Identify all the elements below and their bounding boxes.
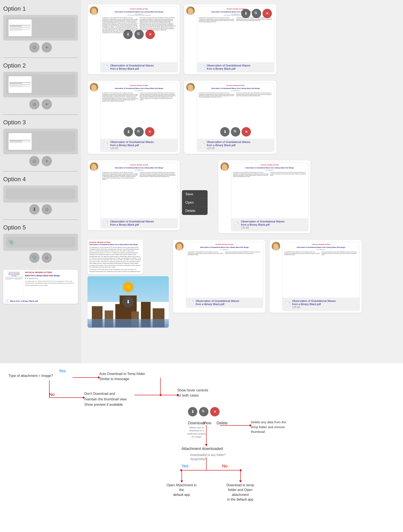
pdf-filesize-1: 125 kB bbox=[110, 147, 154, 150]
option3-pdf-card-right: PHYSICAL REVIEW LETTERS Observation of G… bbox=[231, 162, 309, 231]
download-btn[interactable]: ⬇ bbox=[123, 30, 133, 39]
avatar-8 bbox=[272, 242, 280, 250]
pdf-icon-4: 📄 bbox=[200, 143, 205, 148]
no-path-box: Don't Download and maintain the thumbnai… bbox=[84, 391, 126, 407]
option45-row: PHYSICAL REVIEW LETTERS Observation of G… bbox=[88, 240, 399, 328]
option5-pdf-preview-right: PHYSICAL REVIEW LETTERS Observation of G… bbox=[283, 242, 359, 298]
option1-chat-left: PHYSICAL REVIEW LETTERS Observation of G… bbox=[88, 4, 180, 74]
option1-right-hover-controls: ⬇ 🔍 ✕ bbox=[241, 9, 272, 18]
option4-content bbox=[3, 185, 78, 203]
option2-pdf-mini bbox=[8, 76, 32, 93]
option2-label: Option 2 bbox=[3, 61, 78, 70]
option3-pdf-preview-left: PHYSICAL REVIEW LETTERS Observation of G… bbox=[101, 163, 177, 218]
opt2-download-btn[interactable]: ⬇ bbox=[124, 127, 133, 137]
avatar-7 bbox=[175, 242, 184, 250]
option2-pdf-preview-right: PHYSICAL REVIEW LETTERS Observation of G… bbox=[197, 83, 274, 139]
no2-label: No bbox=[222, 464, 228, 469]
option3-pdf-card-left: PHYSICAL REVIEW LETTERS Observation of G… bbox=[100, 162, 178, 228]
diag-delete-btn[interactable]: ✕ bbox=[210, 407, 220, 416]
option3-pdf-preview-right: PHYSICAL REVIEW LETTERS Observation of G… bbox=[231, 163, 308, 218]
delete-note: Delete any data from the temp folder and… bbox=[251, 420, 294, 434]
option4-section: Option 4 ⬇ ☺ bbox=[0, 173, 81, 218]
pdf-title: Observation of Gravitational Waves from … bbox=[102, 11, 176, 13]
right-delete-btn[interactable]: ✕ bbox=[263, 9, 272, 18]
image-download-btn[interactable]: ⬇ bbox=[123, 296, 134, 307]
option1-hover-controls: ⬇ 🔍 ✕ bbox=[123, 30, 155, 39]
pdf-filesize-2: 125 kB bbox=[207, 147, 250, 150]
attachment-downloaded: Attachment downloaded bbox=[182, 447, 223, 451]
pdf-filename-7: Observation of Gravitational Wavesfrom a… bbox=[196, 299, 239, 306]
arrow-no-v bbox=[49, 380, 50, 397]
option2-content bbox=[3, 72, 78, 97]
right-view-btn[interactable]: 🔍 bbox=[252, 9, 261, 18]
option3-pdf-info-left: 📄 Observation of Gravitational Wavesfrom… bbox=[101, 218, 177, 228]
opt2r-delete-btn[interactable]: ✕ bbox=[242, 127, 251, 137]
pdf-filename-6: Observation of Gravitational Wavesfrom a… bbox=[241, 220, 284, 226]
arrow-to-hover-h bbox=[160, 395, 177, 395]
option1-label: Option 1 bbox=[3, 4, 78, 13]
option5-smile-btn[interactable]: ☺ bbox=[42, 253, 52, 263]
option1-pdf-card: PHYSICAL REVIEW LETTERS Observation of G… bbox=[100, 6, 178, 72]
avatar-2 bbox=[186, 6, 195, 15]
avatar-5 bbox=[90, 162, 98, 171]
opt2-view-btn[interactable]: 🔍 bbox=[134, 127, 144, 137]
pdf-icon-6: 📄 bbox=[234, 222, 239, 227]
option5-right: PHYSICAL REVIEW LETTERS Observation of G… bbox=[173, 240, 362, 313]
pdf-filename-2: Observation of Gravitational Wavesfrom a… bbox=[207, 64, 250, 70]
option4-smile-btn[interactable]: ☺ bbox=[42, 204, 52, 215]
right-download-btn[interactable]: ⬇ bbox=[241, 9, 251, 18]
option1-right-pdf-preview: PHYSICAL REVIEW LETTERS Observation of G… bbox=[197, 7, 274, 62]
arrow-view-down bbox=[206, 425, 207, 444]
pdf-icon-2: 📄 bbox=[200, 64, 205, 70]
option3-smile-btn[interactable]: ☺ bbox=[29, 156, 39, 166]
option3-bubble bbox=[6, 131, 76, 152]
yes2-path: Open Attachment in the default app bbox=[165, 483, 198, 497]
arrow-yes2 bbox=[182, 470, 206, 470]
context-delete[interactable]: Delete bbox=[182, 207, 208, 215]
option5-section: Option 5 📎 📎 ☺ bbox=[0, 221, 81, 267]
context-save[interactable]: Save bbox=[182, 190, 208, 198]
hover-note: Show hover controls for both cases bbox=[177, 388, 208, 398]
option5-label: Option 5 bbox=[3, 223, 78, 232]
option1-section: Option 1 ☺ + bbox=[0, 2, 81, 57]
option1-pdf-info: 📄 Observation of Gravitational Wavesfrom… bbox=[101, 62, 177, 72]
option1-plus-btn[interactable]: + bbox=[42, 42, 52, 53]
option3-plus-btn[interactable]: + bbox=[42, 156, 52, 166]
diag-view-btn[interactable]: 🔍 bbox=[199, 407, 208, 416]
arrow-yes2-down bbox=[182, 470, 182, 481]
option2-plus-btn[interactable]: + bbox=[42, 99, 52, 109]
option2-pdf-info-right: 📄 Observation of Gravitational Wavesfrom… bbox=[197, 139, 274, 152]
arrow-no2-down bbox=[240, 470, 241, 481]
hover-icons: ⬇ 🔍 ✕ bbox=[188, 407, 220, 416]
opt2-delete-btn[interactable]: ✕ bbox=[145, 127, 154, 137]
context-open[interactable]: Open bbox=[182, 198, 208, 207]
option2-chat-right: PHYSICAL REVIEW LETTERS Observation of G… bbox=[184, 81, 276, 154]
option1-right-pdf-info: 📄 Observation of Gravitational Wavesfrom… bbox=[197, 62, 274, 72]
option3-pdf-info-right: 📄 Observation of Gravitational Wavesfrom… bbox=[231, 218, 308, 231]
yes2-label: Yes bbox=[182, 464, 189, 469]
option2-chat-left: PHYSICAL REVIEW LETTERS Observation of G… bbox=[88, 81, 180, 154]
diag-download-btn[interactable]: ⬇ bbox=[188, 407, 197, 416]
option5-attachment-btn[interactable]: 📎 bbox=[29, 253, 39, 263]
view-btn[interactable]: 🔍 bbox=[134, 30, 144, 39]
option3-chat-left: PHYSICAL REVIEW LETTERS Observation of G… bbox=[88, 160, 180, 230]
downloaded-q: Downloaded to any folder? Temp/Other bbox=[190, 453, 226, 461]
opt2r-view-btn[interactable]: 🔍 bbox=[231, 127, 240, 137]
avatar-6 bbox=[220, 162, 229, 171]
option2-pdf-preview-left: PHYSICAL REVIEW LETTERS Observation of G… bbox=[101, 83, 177, 139]
option2-smile-btn[interactable]: ☺ bbox=[29, 99, 39, 109]
arrow-to-hover-v bbox=[160, 378, 161, 395]
flow-container: Type of attachment = Image? Yes Auto Dow… bbox=[6, 367, 397, 528]
diagram-area: Type of attachment = Image? Yes Auto Dow… bbox=[0, 363, 403, 532]
option3-chat-right: PHYSICAL REVIEW LETTERS Observation of G… bbox=[218, 160, 310, 233]
option1-smile-btn[interactable]: ☺ bbox=[29, 42, 39, 53]
opt2r-download-btn[interactable]: ⬇ bbox=[220, 127, 230, 137]
pdf-filename-3: Observation of Gravitational Wavesfrom a… bbox=[110, 140, 154, 147]
delete-btn[interactable]: ✕ bbox=[145, 30, 155, 39]
option4-bubble bbox=[6, 189, 76, 199]
option2-pdf-info-left: 📄 Observation of Gravitational Wavesfrom… bbox=[101, 139, 177, 152]
pdf-icon-1: 📄 bbox=[103, 64, 108, 70]
no-label: No bbox=[49, 392, 55, 397]
option4-download-btn[interactable]: ⬇ bbox=[29, 204, 39, 215]
option5-pdf-preview-left: PHYSICAL REVIEW LETTERS Observation of G… bbox=[186, 242, 263, 298]
